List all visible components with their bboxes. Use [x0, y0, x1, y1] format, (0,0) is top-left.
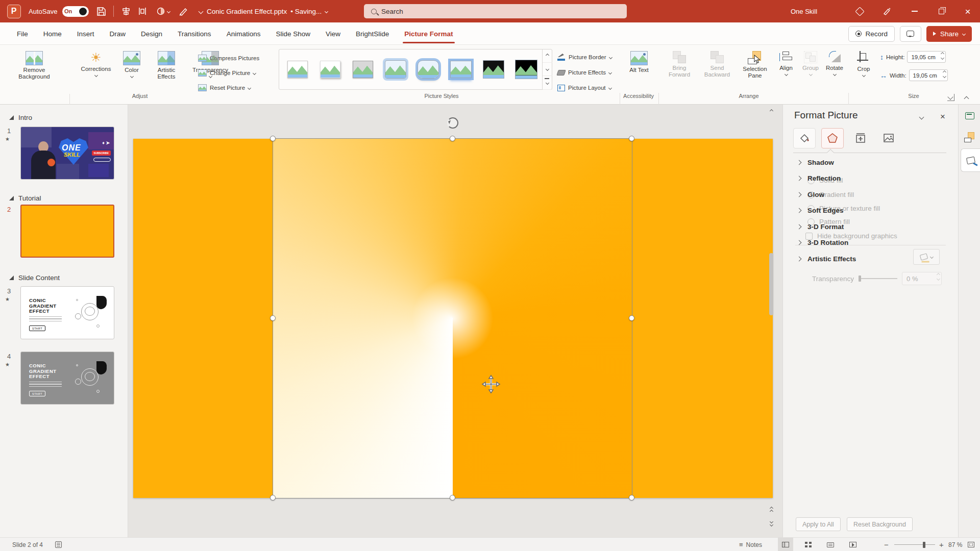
- send-backward-button[interactable]: Send Backward: [698, 48, 736, 91]
- close-button[interactable]: ×: [958, 0, 978, 22]
- share-button[interactable]: Share: [926, 26, 972, 42]
- shape-fill-button[interactable]: [152, 0, 174, 22]
- resize-handle-top-left[interactable]: [270, 136, 276, 141]
- record-button[interactable]: Record: [848, 26, 895, 42]
- selected-picture-conic-gradient[interactable]: [273, 139, 632, 498]
- gallery-more-button[interactable]: [543, 76, 552, 90]
- zoom-out-button[interactable]: −: [884, 538, 889, 551]
- scrollbar-thumb[interactable]: [769, 253, 773, 315]
- scroll-up-button[interactable]: [768, 107, 775, 115]
- reset-picture-button[interactable]: Reset Picture: [198, 82, 251, 94]
- pinned-format-pane-button[interactable]: [961, 148, 980, 172]
- crop-button[interactable]: Crop: [850, 48, 877, 91]
- tab-draw[interactable]: Draw: [102, 22, 134, 45]
- resize-handle-top-center[interactable]: [450, 136, 455, 141]
- tab-file[interactable]: File: [9, 22, 36, 45]
- minimize-button[interactable]: [904, 0, 925, 22]
- resize-handle-bottom-left[interactable]: [270, 495, 276, 500]
- document-title[interactable]: Conic Gradient Effect.pptx • Saving...: [207, 0, 328, 22]
- picture-border-button[interactable]: Picture Border: [557, 51, 612, 63]
- premium-badge-button[interactable]: [849, 0, 870, 22]
- picture-style-beveled-white[interactable]: [317, 55, 344, 84]
- search-input[interactable]: Search: [364, 4, 627, 18]
- slide-4-thumbnail[interactable]: CONIC GRADIENT EFFECT START: [20, 352, 114, 405]
- tab-brightslide[interactable]: BrightSlide: [348, 22, 397, 45]
- distribute-button[interactable]: [135, 0, 150, 22]
- resize-handle-bottom-right[interactable]: [629, 495, 634, 500]
- user-account[interactable]: One Skill: [791, 0, 817, 22]
- group-button[interactable]: Group: [798, 48, 823, 91]
- autosave-toggle[interactable]: On: [62, 6, 89, 17]
- slide-sorter-view-button[interactable]: [800, 538, 816, 551]
- section-header-tutorial[interactable]: Tutorial: [9, 194, 41, 202]
- whats-new-button[interactable]: [877, 0, 897, 22]
- compress-pictures-button[interactable]: Compress Pictures: [198, 52, 259, 64]
- remove-background-button[interactable]: Remove Background: [12, 48, 56, 91]
- next-slide-button[interactable]: [768, 519, 775, 527]
- tab-slide-show[interactable]: Slide Show: [268, 22, 318, 45]
- tab-fill-and-line[interactable]: [793, 128, 816, 148]
- collapse-ribbon-button[interactable]: [965, 94, 968, 103]
- canvas-vertical-scrollbar[interactable]: [768, 105, 775, 537]
- width-input[interactable]: 19,05 cm: [909, 69, 948, 81]
- size-dialog-launcher[interactable]: [947, 94, 954, 101]
- picture-style-black-frame[interactable]: [480, 55, 507, 84]
- zoom-in-button[interactable]: +: [939, 538, 944, 551]
- slide-3-thumbnail[interactable]: CONIC GRADIENT EFFECT START: [20, 286, 114, 339]
- change-picture-button[interactable]: Change Picture: [198, 67, 256, 79]
- gallery-scroll-up-button[interactable]: [543, 49, 552, 63]
- align-button[interactable]: Align: [774, 48, 798, 91]
- selection-pane-button[interactable]: Selection Pane: [737, 48, 773, 91]
- restore-button[interactable]: [931, 0, 951, 22]
- section-header-slide-content[interactable]: Slide Content: [9, 274, 60, 282]
- slide-2-thumbnail[interactable]: [20, 205, 114, 258]
- slide-canvas[interactable]: [129, 105, 776, 537]
- slideshow-view-button[interactable]: [845, 538, 861, 551]
- resize-handle-bottom-center[interactable]: [450, 495, 455, 500]
- picture-effects-button[interactable]: Picture Effects: [557, 66, 611, 79]
- customize-qat-button[interactable]: [193, 0, 208, 22]
- section-header-intro[interactable]: Intro: [9, 114, 32, 121]
- picture-style-rounded-soft[interactable]: [415, 55, 442, 84]
- pinned-designer-button[interactable]: [962, 108, 978, 124]
- picture-style-soft-edge[interactable]: [382, 55, 409, 84]
- tab-transitions[interactable]: Transitions: [170, 22, 219, 45]
- tab-home[interactable]: Home: [36, 22, 69, 45]
- apply-to-all-button[interactable]: Apply to All: [796, 517, 841, 531]
- height-input[interactable]: 19,05 cm: [907, 51, 946, 63]
- slide-2-editing-surface[interactable]: [133, 139, 773, 498]
- comments-button[interactable]: [900, 26, 921, 42]
- slide-counter[interactable]: Slide 2 of 4: [12, 538, 43, 551]
- picture-layout-button[interactable]: Picture Layout: [557, 82, 611, 94]
- tab-insert[interactable]: Insert: [69, 22, 102, 45]
- picture-style-simple-frame[interactable]: [284, 55, 311, 84]
- powerpoint-logo[interactable]: P: [5, 0, 22, 22]
- height-spinner[interactable]: [941, 53, 944, 59]
- previous-slide-button[interactable]: [768, 506, 775, 514]
- section-artistic-effects[interactable]: Artistic Effects: [797, 255, 856, 263]
- tab-animations[interactable]: Animations: [219, 22, 268, 45]
- tab-size-properties[interactable]: [849, 128, 872, 148]
- format-painter-button[interactable]: [176, 0, 191, 22]
- pane-close-button[interactable]: ×: [940, 112, 945, 122]
- resize-handle-middle-left[interactable]: [270, 315, 276, 321]
- gallery-scroll-down-button[interactable]: [543, 63, 552, 77]
- alt-text-button[interactable]: Alt Text: [624, 48, 654, 91]
- align-objects-button[interactable]: [118, 0, 134, 22]
- picture-style-reflected[interactable]: [448, 55, 474, 84]
- slide-1-thumbnail[interactable]: ONE SKILL ♦ ➤ SUBSCRIBE: [20, 127, 114, 180]
- pinned-selection-button[interactable]: [962, 129, 978, 145]
- picture-style-thick-black-frame[interactable]: [513, 55, 540, 84]
- reset-background-button[interactable]: Reset Background: [847, 517, 913, 531]
- picture-style-metal-frame[interactable]: [350, 55, 376, 84]
- normal-view-button[interactable]: [778, 538, 793, 551]
- reading-view-button[interactable]: [823, 538, 838, 551]
- rotate-button[interactable]: Rotate: [822, 48, 847, 91]
- tab-picture[interactable]: [877, 128, 900, 148]
- bring-forward-button[interactable]: Bring Forward: [662, 48, 697, 91]
- corrections-button[interactable]: ☀ Corrections: [75, 48, 117, 91]
- color-button[interactable]: Color: [118, 48, 145, 91]
- fit-to-window-button[interactable]: [968, 538, 974, 551]
- tab-view[interactable]: View: [318, 22, 348, 45]
- zoom-slider[interactable]: [894, 538, 935, 551]
